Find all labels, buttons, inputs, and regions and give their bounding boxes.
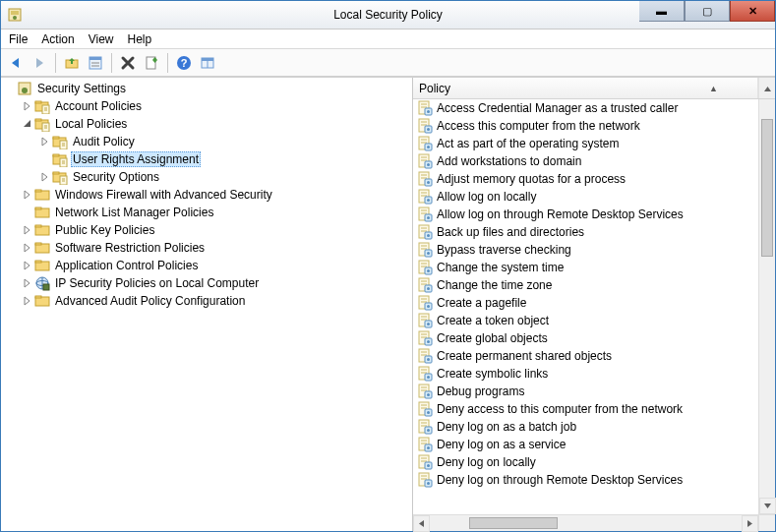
tree-node[interactable]: Advanced Audit Policy Configuration — [3, 292, 412, 310]
policy-item-icon — [417, 207, 433, 222]
menu-action[interactable]: Action — [41, 32, 74, 46]
maximize-button[interactable]: ▢ — [685, 1, 730, 22]
toolbar-view-pane-button[interactable] — [197, 52, 218, 74]
policy-item-icon — [417, 136, 433, 151]
expand-icon[interactable] — [21, 276, 34, 290]
scrollbar-thumb[interactable] — [469, 517, 558, 529]
toolbar-separator — [167, 53, 168, 73]
expand-icon[interactable] — [21, 99, 34, 113]
list-item[interactable]: Create global objects — [413, 329, 758, 347]
tree-pane[interactable]: Security Settings Account PoliciesLocal … — [1, 78, 413, 531]
scroll-down-button[interactable] — [759, 498, 776, 514]
horizontal-scrollbar[interactable] — [413, 514, 775, 531]
list-item[interactable]: Bypass traverse checking — [413, 241, 758, 259]
list-item-label: Deny log on as a batch job — [437, 420, 576, 434]
expand-icon[interactable] — [21, 294, 34, 308]
list-item-label: Deny log on locally — [437, 455, 536, 469]
list-item[interactable]: Access this computer from the network — [413, 117, 758, 135]
svg-point-106 — [427, 269, 430, 272]
list-item[interactable]: Change the time zone — [413, 276, 758, 294]
vertical-scrollbar[interactable] — [758, 99, 775, 514]
folder-policy-icon — [52, 134, 68, 149]
list-item-label: Back up files and directories — [437, 225, 584, 239]
list-item[interactable]: Allow log on locally — [413, 188, 758, 206]
expand-icon[interactable] — [21, 241, 34, 255]
toolbar-help-button[interactable]: ? — [173, 52, 195, 74]
tree-node[interactable]: User Rights Assignment — [3, 150, 412, 168]
list-item[interactable]: Add workstations to domain — [413, 152, 758, 170]
title-bar: Local Security Policy ▬ ▢ ✕ — [1, 1, 775, 30]
tree-node[interactable]: IP Security Policies on Local Computer — [3, 274, 412, 292]
list-item[interactable]: Allow log on through Remote Desktop Serv… — [413, 206, 758, 223]
list-item[interactable]: Deny log on locally — [413, 453, 758, 471]
expand-icon[interactable] — [38, 135, 52, 148]
list-item[interactable]: Deny log on through Remote Desktop Servi… — [413, 471, 758, 489]
scrollbar-track[interactable] — [759, 99, 775, 498]
toolbar-up-button[interactable] — [61, 52, 83, 74]
list-item[interactable]: Adjust memory quotas for a process — [413, 170, 758, 188]
toolbar-forward-button[interactable] — [29, 52, 50, 74]
menu-bar: File Action View Help — [1, 30, 775, 49]
scrollbar-track[interactable] — [430, 515, 742, 531]
scrollbar-corner — [758, 515, 775, 531]
tree-node[interactable]: Software Restriction Policies — [3, 239, 412, 257]
scroll-left-button[interactable] — [413, 515, 430, 532]
list-item[interactable]: Create a pagefile — [413, 294, 758, 312]
svg-rect-48 — [35, 243, 41, 245]
expand-icon[interactable] — [21, 223, 34, 237]
list-item-label: Create permanent shared objects — [437, 349, 612, 363]
policy-item-icon — [417, 330, 433, 346]
list-item[interactable]: Debug programs — [413, 383, 758, 400]
tree-node-label: Advanced Audit Policy Configuration — [53, 294, 247, 308]
menu-view[interactable]: View — [89, 32, 114, 46]
delete-icon — [120, 55, 136, 71]
toolbar-properties-button[interactable] — [85, 52, 106, 74]
tree-node[interactable]: Network List Manager Policies — [3, 204, 412, 221]
expand-icon[interactable] — [21, 259, 34, 272]
close-button[interactable]: ✕ — [730, 1, 775, 22]
policy-item-icon — [417, 260, 433, 275]
menu-file[interactable]: File — [9, 32, 28, 46]
list-item[interactable]: Deny log on as a service — [413, 436, 758, 453]
list-item[interactable]: Deny log on as a batch job — [413, 418, 758, 436]
list-item-label: Access this computer from the network — [437, 119, 640, 133]
scroll-right-button[interactable] — [742, 515, 758, 532]
list-item[interactable]: Deny access to this computer from the ne… — [413, 400, 758, 418]
tree-root[interactable]: Security Settings — [3, 80, 412, 97]
list-item[interactable]: Create permanent shared objects — [413, 347, 758, 365]
tree-node[interactable]: Windows Firewall with Advanced Security — [3, 186, 412, 204]
list-item-label: Create a token object — [437, 314, 549, 327]
scroll-up-button[interactable] — [758, 78, 775, 98]
folder-icon — [34, 240, 50, 256]
toolbar-separator — [111, 53, 112, 73]
svg-point-141 — [427, 393, 430, 396]
toolbar-export-button[interactable] — [141, 52, 162, 74]
tree-root-label: Security Settings — [35, 82, 128, 95]
list-item[interactable]: Create symbolic links — [413, 365, 758, 383]
tree-node[interactable]: Public Key Policies — [3, 221, 412, 239]
tree-node[interactable]: Application Control Policies — [3, 257, 412, 274]
list-item[interactable]: Back up files and directories — [413, 223, 758, 241]
column-header-policy[interactable]: Policy ▲ — [413, 78, 758, 98]
menu-help[interactable]: Help — [128, 32, 152, 46]
scrollbar-thumb[interactable] — [761, 119, 773, 257]
content-area: Security Settings Account PoliciesLocal … — [1, 77, 775, 531]
toolbar-delete-button[interactable] — [117, 52, 139, 74]
minimize-button[interactable]: ▬ — [639, 1, 685, 22]
svg-point-76 — [427, 163, 430, 166]
toolbar-back-button[interactable] — [5, 52, 27, 74]
list-item[interactable]: Change the system time — [413, 259, 758, 276]
tree-node[interactable]: Local Policies — [3, 115, 412, 133]
expand-icon[interactable] — [38, 170, 52, 184]
collapse-icon[interactable] — [21, 117, 34, 131]
tree-node[interactable]: Security Options — [3, 168, 412, 186]
tree-node[interactable]: Audit Policy — [3, 133, 412, 150]
list-item[interactable]: Act as part of the operating system — [413, 135, 758, 152]
list-item[interactable]: Create a token object — [413, 312, 758, 329]
tree-node-label: IP Security Policies on Local Computer — [53, 276, 261, 290]
tree-node[interactable]: Account Policies — [3, 97, 412, 115]
list-item[interactable]: Access Credential Manager as a trusted c… — [413, 99, 758, 117]
forward-arrow-icon — [31, 55, 47, 71]
list-rows[interactable]: Access Credential Manager as a trusted c… — [413, 99, 758, 514]
expand-icon[interactable] — [21, 188, 34, 202]
